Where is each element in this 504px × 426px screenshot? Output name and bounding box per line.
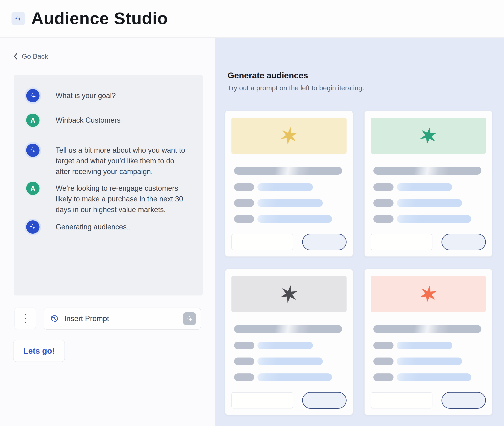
skeleton-row bbox=[234, 357, 347, 365]
skeleton-row bbox=[234, 199, 347, 207]
back-chevron-icon bbox=[13, 53, 19, 60]
message-text: We’re looking to re-engage customers lik… bbox=[56, 183, 189, 215]
audience-star-icon bbox=[280, 127, 298, 145]
skeleton-label-pill bbox=[234, 342, 254, 349]
lets-go-label: Lets go! bbox=[23, 347, 55, 355]
card-action-button[interactable] bbox=[441, 392, 486, 409]
skeleton-value-pill bbox=[397, 357, 462, 365]
skeleton-label-pill bbox=[373, 199, 394, 207]
card-input-placeholder[interactable] bbox=[371, 234, 432, 250]
audience-card bbox=[364, 111, 492, 257]
skeleton-row bbox=[373, 357, 486, 365]
skeleton-value-pill bbox=[397, 215, 471, 223]
skeleton-label-pill bbox=[234, 183, 254, 191]
audience-studio-app: Audience Studio Go Back bbox=[0, 0, 504, 426]
message-text: Generating audiences.. bbox=[56, 221, 131, 232]
chat-message-assistant: Tell us a bit more about who you want to… bbox=[26, 144, 195, 177]
chat-message-user: A We’re looking to re-engage customers l… bbox=[26, 182, 195, 215]
skeleton-row bbox=[234, 373, 347, 381]
skeleton-label-pill bbox=[373, 183, 394, 191]
sparkles-logo-icon bbox=[12, 12, 25, 25]
skeleton-row bbox=[373, 199, 486, 207]
audience-banner bbox=[231, 118, 347, 154]
skeleton-title-bar bbox=[234, 167, 342, 175]
card-footer bbox=[371, 234, 486, 250]
skeleton-row bbox=[234, 215, 347, 223]
skeleton-label-pill bbox=[373, 357, 394, 365]
skeleton-row bbox=[373, 215, 486, 223]
assistant-sparkles-avatar bbox=[26, 220, 39, 234]
card-footer bbox=[231, 392, 347, 409]
chat-transcript: What is your goal? A Winback Customers bbox=[14, 75, 203, 296]
audience-card bbox=[225, 111, 353, 257]
assistant-sparkles-avatar bbox=[26, 89, 39, 102]
card-input-placeholder[interactable] bbox=[371, 392, 432, 408]
card-action-button[interactable] bbox=[302, 234, 347, 250]
skeleton-title-bar bbox=[234, 325, 342, 333]
insert-prompt-placeholder: Insert Prompt bbox=[64, 314, 178, 323]
card-input-placeholder[interactable] bbox=[231, 234, 293, 250]
audience-banner bbox=[371, 118, 486, 154]
page-title: Audience Studio bbox=[31, 9, 168, 28]
audience-card-grid bbox=[225, 111, 504, 415]
skeleton-label-pill bbox=[234, 199, 254, 207]
chat-panel: Go Back What is your goal? A Winb bbox=[0, 38, 215, 426]
card-footer bbox=[371, 392, 486, 409]
skeleton-value-pill bbox=[257, 373, 332, 381]
go-back-label: Go Back bbox=[22, 52, 48, 60]
skeleton-row bbox=[234, 183, 347, 191]
chat-message-user: A Winback Customers bbox=[26, 114, 195, 127]
skeleton-label-pill bbox=[373, 215, 394, 223]
chat-message-assistant: What is your goal? bbox=[26, 89, 195, 102]
generate-audiences-panel: Generate audiences Try out a prompt on t… bbox=[215, 38, 504, 426]
skeleton-value-pill bbox=[257, 199, 323, 207]
message-text: Tell us a bit more about who you want to… bbox=[56, 145, 189, 177]
sparkles-tile-icon[interactable] bbox=[183, 312, 196, 325]
user-avatar: A bbox=[26, 114, 39, 127]
audience-star-icon bbox=[420, 127, 437, 145]
message-text: Winback Customers bbox=[56, 115, 121, 126]
app-header: Audience Studio bbox=[0, 0, 504, 37]
card-action-button[interactable] bbox=[302, 392, 347, 409]
section-subtitle: Try out a prompt on the left to begin it… bbox=[228, 84, 504, 92]
skeleton-value-pill bbox=[257, 357, 323, 365]
insert-prompt-input[interactable]: Insert Prompt bbox=[44, 308, 201, 330]
audience-banner bbox=[231, 276, 347, 312]
kebab-menu-icon bbox=[25, 314, 26, 323]
section-title: Generate audiences bbox=[228, 71, 504, 80]
skeleton-title-bar bbox=[373, 325, 482, 333]
audience-star-icon bbox=[280, 285, 298, 303]
card-footer bbox=[231, 234, 347, 250]
skeleton-value-pill bbox=[257, 183, 313, 191]
chat-message-assistant: Generating audiences.. bbox=[26, 220, 195, 234]
skeleton-row bbox=[234, 342, 347, 349]
message-text: What is your goal? bbox=[56, 90, 116, 101]
history-icon bbox=[50, 314, 59, 323]
user-avatar: A bbox=[26, 182, 39, 195]
skeleton-label-pill bbox=[234, 357, 254, 365]
skeleton-row bbox=[373, 373, 486, 381]
skeleton-value-pill bbox=[397, 342, 452, 349]
audience-banner bbox=[371, 276, 486, 312]
main-split: Go Back What is your goal? A Winb bbox=[0, 38, 504, 426]
skeleton-label-pill bbox=[234, 215, 254, 223]
skeleton-value-pill bbox=[397, 373, 471, 381]
skeleton-label-pill bbox=[373, 342, 394, 349]
skeleton-value-pill bbox=[257, 215, 332, 223]
skeleton-value-pill bbox=[397, 183, 452, 191]
card-input-placeholder[interactable] bbox=[231, 392, 293, 408]
skeleton-label-pill bbox=[373, 373, 394, 381]
skeleton-value-pill bbox=[257, 342, 313, 349]
skeleton-value-pill bbox=[397, 199, 462, 207]
assistant-sparkles-avatar bbox=[26, 144, 39, 157]
lets-go-button[interactable]: Lets go! bbox=[13, 340, 65, 362]
go-back-button[interactable]: Go Back bbox=[13, 52, 48, 60]
audience-card bbox=[364, 269, 492, 415]
skeleton-label-pill bbox=[234, 373, 254, 381]
skeleton-row bbox=[373, 342, 486, 349]
card-action-button[interactable] bbox=[441, 234, 486, 250]
options-menu-button[interactable] bbox=[15, 308, 36, 329]
audience-star-icon bbox=[420, 285, 437, 303]
audience-card bbox=[225, 269, 353, 415]
skeleton-row bbox=[373, 183, 486, 191]
